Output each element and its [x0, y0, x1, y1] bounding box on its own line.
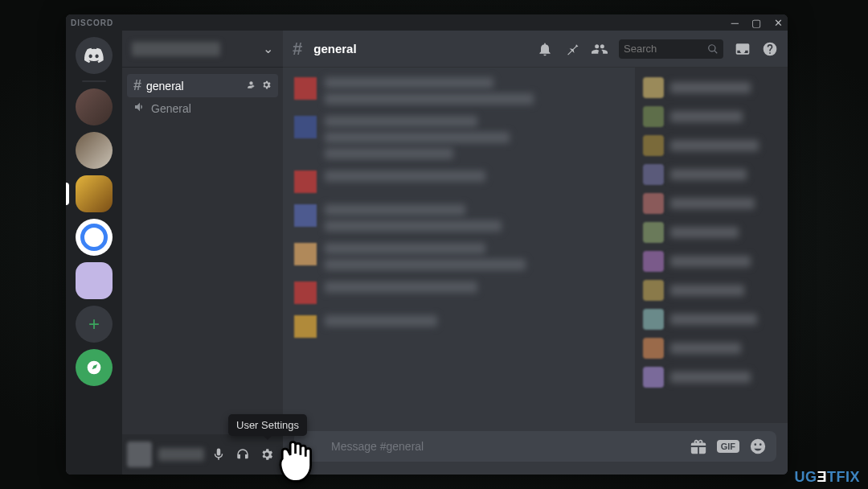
members-icon[interactable] [592, 41, 608, 57]
gif-button[interactable]: GIF [717, 440, 739, 453]
server-item[interactable] [76, 88, 113, 125]
emoji-icon[interactable] [749, 438, 767, 455]
message-text [325, 281, 477, 293]
message-avatar [294, 116, 317, 138]
server-item[interactable] [76, 219, 113, 256]
message-text [325, 204, 465, 216]
message-avatar [294, 281, 317, 304]
username [158, 448, 204, 461]
message-text [325, 171, 485, 182]
message-text [325, 93, 534, 105]
server-header[interactable]: ⌄ [122, 31, 283, 68]
search-icon [707, 43, 719, 55]
gift-icon[interactable] [690, 438, 707, 455]
message-textbox[interactable] [331, 440, 680, 453]
message-text [325, 243, 485, 254]
message-text [325, 148, 453, 159]
member-row[interactable] [643, 309, 780, 330]
member-name [670, 314, 757, 325]
message-row [294, 204, 624, 232]
member-row[interactable] [643, 251, 780, 272]
member-row[interactable] [643, 164, 780, 185]
hash-icon: # [133, 77, 141, 94]
window-close-button[interactable]: ✕ [774, 17, 783, 29]
message-input-area: + GIF [283, 423, 788, 475]
server-item[interactable] [76, 175, 113, 212]
member-name [670, 285, 744, 296]
member-avatar [643, 338, 664, 359]
discord-window: DISCORD ─ ▢ ✕ + [66, 14, 788, 475]
pinned-icon[interactable] [564, 41, 580, 57]
window-minimize-button[interactable]: ─ [731, 17, 739, 29]
member-avatar [643, 77, 664, 98]
member-avatar [643, 222, 664, 243]
message-list [283, 68, 635, 423]
hash-icon: # [293, 39, 302, 60]
member-row[interactable] [643, 77, 780, 98]
inbox-icon[interactable] [735, 41, 751, 57]
message-row [294, 171, 624, 193]
member-row[interactable] [643, 106, 780, 127]
help-icon[interactable] [762, 41, 778, 57]
user-area: User Settings [122, 434, 283, 475]
message-avatar [294, 171, 317, 193]
invite-icon[interactable] [246, 80, 256, 92]
member-avatar [643, 367, 664, 388]
tooltip-user-settings: User Settings [228, 414, 307, 436]
member-avatar [643, 164, 664, 185]
message-row [294, 243, 624, 270]
mute-button[interactable] [207, 443, 230, 466]
message-row [294, 281, 624, 304]
search-box[interactable] [619, 39, 723, 59]
home-button[interactable] [76, 37, 113, 74]
user-settings-button[interactable] [256, 443, 278, 466]
chevron-down-icon: ⌄ [263, 41, 273, 56]
chat-area: # general [283, 31, 788, 475]
window-maximize-button[interactable]: ▢ [751, 17, 761, 29]
deafen-button[interactable] [231, 443, 254, 466]
user-avatar[interactable] [127, 442, 152, 467]
server-list: + [66, 31, 122, 475]
channel-name: General [151, 102, 191, 115]
member-avatar [643, 106, 664, 127]
chat-header: # general [283, 31, 788, 68]
member-row[interactable] [643, 135, 780, 156]
message-row [294, 116, 624, 159]
member-list [635, 68, 788, 423]
member-name [670, 198, 755, 209]
gear-icon[interactable] [261, 80, 272, 92]
member-name [670, 140, 759, 151]
explore-servers-button[interactable] [76, 349, 113, 386]
message-avatar [294, 77, 317, 100]
member-avatar [643, 309, 664, 330]
add-server-button[interactable]: + [76, 306, 113, 343]
member-name [670, 372, 751, 383]
server-item[interactable] [76, 262, 113, 299]
member-avatar [643, 251, 664, 272]
message-avatar [294, 243, 317, 265]
voice-channel-general[interactable]: General [127, 97, 278, 119]
member-row[interactable] [643, 280, 780, 301]
member-name [670, 111, 743, 122]
server-name [132, 42, 220, 56]
titlebar: DISCORD ─ ▢ ✕ [66, 14, 788, 31]
channel-sidebar: ⌄ # general [122, 31, 283, 475]
server-item[interactable] [76, 132, 113, 169]
message-avatar [294, 204, 317, 227]
search-input[interactable] [624, 43, 707, 55]
notifications-icon[interactable] [537, 41, 553, 57]
channel-list: # general [122, 68, 283, 434]
member-row[interactable] [643, 367, 780, 388]
message-avatar [294, 315, 317, 338]
guild-separator [82, 80, 106, 82]
text-channel-general[interactable]: # general [127, 74, 278, 97]
member-row[interactable] [643, 193, 780, 214]
watermark: UGETFIX [794, 469, 860, 486]
message-input[interactable]: + GIF [294, 431, 776, 462]
message-row [294, 77, 624, 105]
member-avatar [643, 193, 664, 214]
message-text [325, 77, 493, 88]
channel-title: general [313, 42, 356, 55]
member-row[interactable] [643, 222, 780, 243]
member-row[interactable] [643, 338, 780, 359]
